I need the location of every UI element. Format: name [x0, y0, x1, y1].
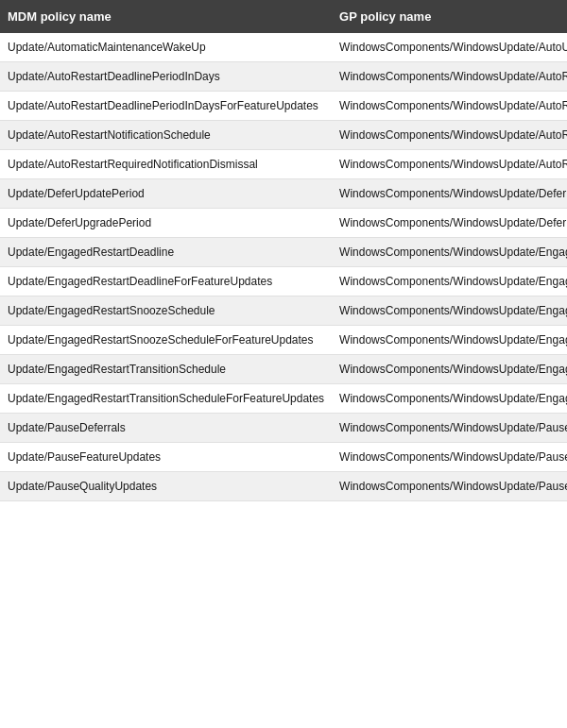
table-row: Update/EngagedRestartTransitionScheduleW…: [0, 355, 567, 384]
mdm-policy-cell: Update/EngagedRestartDeadlineForFeatureU…: [0, 267, 332, 296]
gp-policy-cell: WindowsComponents/WindowsUpdate/EngagedR…: [332, 296, 567, 326]
col-header-mdm: MDM policy name: [0, 0, 332, 33]
table-row: Update/PauseQualityUpdatesWindowsCompone…: [0, 472, 567, 501]
mdm-policy-cell: Update/EngagedRestartDeadline: [0, 238, 332, 267]
gp-policy-cell: WindowsComponents/WindowsUpdate/DeferUpg…: [332, 209, 567, 238]
mdm-policy-cell: Update/AutoRestartNotificationSchedule: [0, 121, 332, 150]
mdm-policy-cell: Update/AutoRestartRequiredNotificationDi…: [0, 150, 332, 179]
policy-table: MDM policy name GP policy name Update/Au…: [0, 0, 567, 501]
table-row: Update/AutoRestartDeadlinePeriodInDaysWi…: [0, 62, 567, 92]
table-row: Update/EngagedRestartSnoozeScheduleWindo…: [0, 296, 567, 326]
mdm-policy-cell: Update/EngagedRestartSnoozeSchedule: [0, 296, 332, 326]
table-row: Update/EngagedRestartTransitionScheduleF…: [0, 384, 567, 414]
gp-policy-cell: WindowsComponents/WindowsUpdate/EngagedR…: [332, 326, 567, 355]
gp-policy-cell: WindowsComponents/WindowsUpdate/PauseQua…: [332, 472, 567, 501]
mdm-policy-cell: Update/AutoRestartDeadlinePeriodInDaysFo…: [0, 92, 332, 121]
gp-policy-cell: WindowsComponents/WindowsUpdate/DeferUpd…: [332, 179, 567, 209]
table-row: Update/PauseFeatureUpdatesWindowsCompone…: [0, 443, 567, 472]
gp-policy-cell: WindowsComponents/WindowsUpdate/AutoRest…: [332, 62, 567, 92]
gp-policy-cell: WindowsComponents/WindowsUpdate/PauseFea…: [332, 443, 567, 472]
table-row: Update/DeferUpgradePeriodWindowsComponen…: [0, 209, 567, 238]
mdm-policy-cell: Update/AutomaticMaintenanceWakeUp: [0, 33, 332, 62]
mdm-policy-cell: Update/EngagedRestartSnoozeScheduleForFe…: [0, 326, 332, 355]
table-row: Update/EngagedRestartDeadlineForFeatureU…: [0, 267, 567, 296]
table-row: Update/EngagedRestartSnoozeScheduleForFe…: [0, 326, 567, 355]
table-row: Update/PauseDeferralsWindowsComponents/W…: [0, 414, 567, 443]
col-header-gp: GP policy name: [332, 0, 567, 33]
gp-policy-cell: WindowsComponents/WindowsUpdate/AutoRest…: [332, 121, 567, 150]
table-row: Update/DeferUpdatePeriodWindowsComponent…: [0, 179, 567, 209]
mdm-policy-cell: Update/AutoRestartDeadlinePeriodInDays: [0, 62, 332, 92]
table-row: Update/EngagedRestartDeadlineWindowsComp…: [0, 238, 567, 267]
mdm-policy-cell: Update/EngagedRestartTransitionScheduleF…: [0, 384, 332, 414]
gp-policy-cell: WindowsComponents/WindowsUpdate/AutoRest…: [332, 92, 567, 121]
table-row: Update/AutomaticMaintenanceWakeUpWindows…: [0, 33, 567, 62]
mdm-policy-cell: Update/DeferUpgradePeriod: [0, 209, 332, 238]
gp-policy-cell: WindowsComponents/WindowsUpdate/PauseDef…: [332, 414, 567, 443]
table-row: Update/AutoRestartRequiredNotificationDi…: [0, 150, 567, 179]
gp-policy-cell: WindowsComponents/WindowsUpdate/EngagedR…: [332, 267, 567, 296]
gp-policy-cell: WindowsComponents/WindowsUpdate/AutoRest…: [332, 150, 567, 179]
mdm-policy-cell: Update/PauseDeferrals: [0, 414, 332, 443]
table-row: Update/AutoRestartDeadlinePeriodInDaysFo…: [0, 92, 567, 121]
table-header-row: MDM policy name GP policy name: [0, 0, 567, 33]
mdm-policy-cell: Update/DeferUpdatePeriod: [0, 179, 332, 209]
mdm-policy-cell: Update/EngagedRestartTransitionSchedule: [0, 355, 332, 384]
gp-policy-cell: WindowsComponents/WindowsUpdate/EngagedR…: [332, 384, 567, 414]
gp-policy-cell: WindowsComponents/WindowsUpdate/AutoUpda…: [332, 33, 567, 62]
mdm-policy-cell: Update/PauseQualityUpdates: [0, 472, 332, 501]
mdm-policy-cell: Update/PauseFeatureUpdates: [0, 443, 332, 472]
gp-policy-cell: WindowsComponents/WindowsUpdate/EngagedR…: [332, 355, 567, 384]
table-row: Update/AutoRestartNotificationScheduleWi…: [0, 121, 567, 150]
gp-policy-cell: WindowsComponents/WindowsUpdate/EngagedR…: [332, 238, 567, 267]
